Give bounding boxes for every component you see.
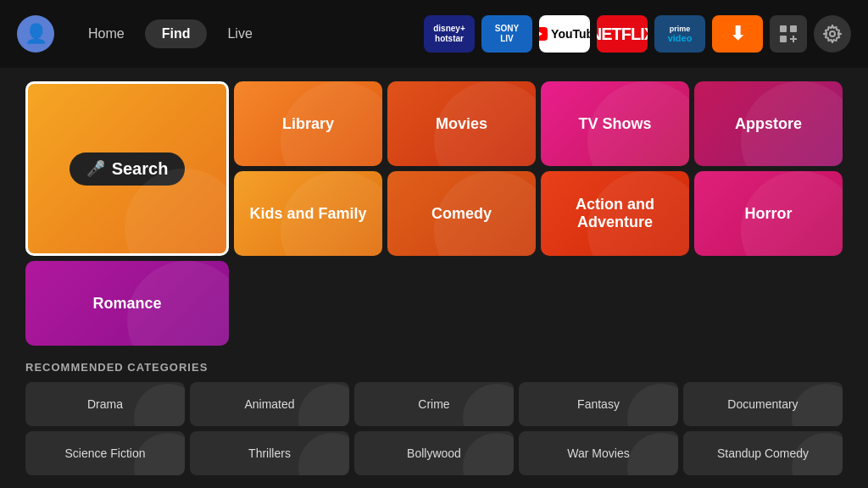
tile-horror-label: Horror	[736, 205, 800, 223]
tile-comedy[interactable]: Comedy	[387, 171, 536, 256]
recommended-label: RECOMMENDED CATEGORIES	[25, 361, 843, 374]
nav-home[interactable]: Home	[71, 19, 142, 48]
recommended-section: RECOMMENDED CATEGORIES Drama Animated Cr…	[25, 361, 843, 475]
tile-appstore[interactable]: Appstore	[694, 81, 843, 166]
tile-library-label: Library	[274, 115, 342, 133]
app-prime[interactable]: prime video	[654, 15, 705, 53]
search-pill[interactable]: 🎤 Search	[70, 152, 186, 186]
tile-kids-label: Kids and Family	[241, 205, 375, 223]
search-label: Search	[112, 159, 169, 179]
rec-documentary[interactable]: Documentary	[683, 382, 843, 426]
avatar[interactable]: 👤	[17, 15, 54, 53]
recommended-grid: Drama Animated Crime Fantasy Documentary…	[25, 382, 843, 475]
svg-rect-0	[780, 25, 787, 32]
tile-kids[interactable]: Kids and Family	[234, 171, 382, 256]
tile-movies[interactable]: Movies	[387, 81, 536, 166]
tile-romance-label: Romance	[84, 295, 170, 313]
tile-appstore-label: Appstore	[726, 115, 810, 133]
rec-thrillers[interactable]: Thrillers	[190, 431, 349, 475]
tile-action-label: Action and Adventure	[541, 196, 689, 231]
svg-point-5	[830, 31, 835, 36]
app-grid-button[interactable]	[770, 15, 807, 53]
tile-horror[interactable]: Horror	[694, 171, 843, 256]
rec-fantasy[interactable]: Fantasy	[519, 382, 678, 426]
rec-bollywood[interactable]: Bollywood	[354, 431, 514, 475]
mic-icon: 🎤	[86, 159, 105, 178]
nav-bar: Home Find Live	[71, 19, 270, 48]
tile-search[interactable]: 🎤 Search	[25, 81, 229, 256]
rec-standup[interactable]: Standup Comedy	[683, 431, 843, 475]
settings-button[interactable]	[814, 15, 851, 53]
nav-find[interactable]: Find	[145, 19, 208, 48]
tile-comedy-label: Comedy	[423, 205, 500, 223]
app-netflix[interactable]: NETFLIX	[597, 15, 648, 53]
main-content: 🎤 Search Library Movies TV Shows Appstor…	[0, 68, 868, 488]
header: 👤 Home Find Live disney+hotstar SONYLIV …	[0, 0, 868, 68]
rec-animated[interactable]: Animated	[190, 382, 349, 426]
svg-rect-2	[780, 36, 787, 42]
tile-tvshows-label: TV Shows	[570, 115, 659, 133]
tile-romance[interactable]: Romance	[25, 261, 229, 346]
svg-rect-1	[790, 25, 797, 32]
app-sonyliv[interactable]: SONYLIV	[481, 15, 532, 53]
app-hotstar[interactable]: disney+hotstar	[424, 15, 475, 53]
tile-action[interactable]: Action and Adventure	[541, 171, 689, 256]
rec-drama[interactable]: Drama	[25, 382, 185, 426]
app-youtube[interactable]: YouTube	[539, 15, 590, 53]
rec-crime[interactable]: Crime	[354, 382, 514, 426]
category-grid: 🎤 Search Library Movies TV Shows Appstor…	[25, 81, 843, 346]
tile-tvshows[interactable]: TV Shows	[541, 81, 689, 166]
header-apps: disney+hotstar SONYLIV YouTube NETFLIX p…	[424, 15, 851, 53]
tile-movies-label: Movies	[427, 115, 496, 133]
rec-warmovies[interactable]: War Movies	[519, 431, 678, 475]
app-downloader[interactable]: ⬇	[712, 15, 763, 53]
rec-scifi[interactable]: Science Fiction	[25, 431, 185, 475]
tile-library[interactable]: Library	[234, 81, 382, 166]
nav-live[interactable]: Live	[210, 19, 269, 48]
